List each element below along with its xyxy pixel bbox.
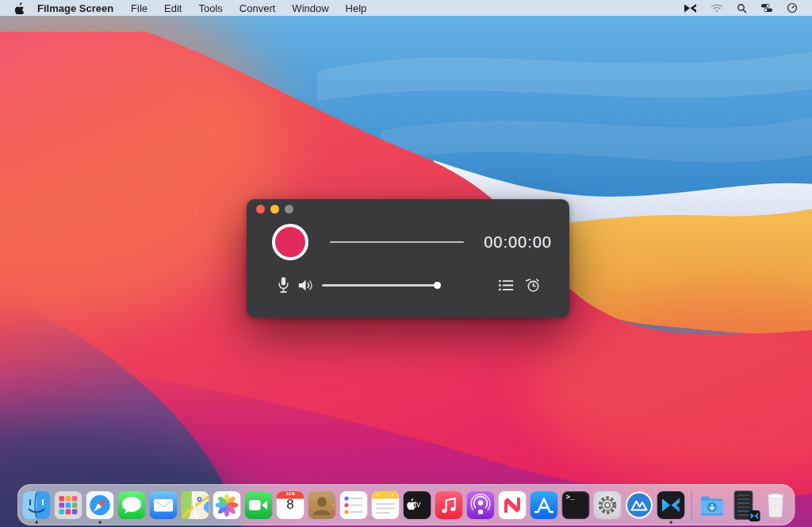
- mountain-app-icon: [626, 491, 653, 519]
- maps-icon: [182, 491, 209, 519]
- apple-icon: [14, 2, 25, 14]
- menu-tools[interactable]: Tools: [198, 2, 222, 14]
- safari-icon: [86, 491, 114, 519]
- dock-item-minimized-window[interactable]: [730, 491, 758, 519]
- menubar-app-name[interactable]: Filmage Screen: [37, 2, 113, 14]
- dock: JAN 8: [17, 484, 795, 525]
- dock-item-launchpad[interactable]: [55, 491, 82, 519]
- notes-icon: [372, 491, 400, 519]
- microphone-icon[interactable]: [277, 276, 290, 294]
- facetime-icon: [245, 491, 273, 519]
- recording-list-icon[interactable]: [498, 279, 514, 292]
- dock-item-news[interactable]: [499, 491, 527, 519]
- appletv-tv-label: tv: [415, 500, 421, 509]
- dock-item-facetime[interactable]: [245, 491, 273, 519]
- volume-slider[interactable]: [322, 280, 441, 290]
- launchpad-icon: [55, 491, 82, 519]
- podcasts-icon: [467, 491, 495, 519]
- dock-item-system-preferences[interactable]: [594, 491, 622, 519]
- trash-icon: [762, 491, 790, 519]
- control-center-icon[interactable]: [760, 3, 773, 13]
- traffic-lights: [256, 205, 293, 213]
- timer-alarm-icon[interactable]: [526, 278, 541, 293]
- running-indicator: [35, 521, 38, 524]
- volume-track[interactable]: [322, 284, 441, 287]
- dock-item-reminders[interactable]: [340, 491, 368, 519]
- search-icon[interactable]: [737, 3, 747, 13]
- dock-item-safari[interactable]: [86, 491, 114, 519]
- dock-item-music[interactable]: [435, 491, 463, 519]
- recording-timer: 00:00:00: [464, 233, 552, 252]
- terminal-prompt-glyph: >_: [566, 494, 575, 502]
- reminders-icon: [340, 491, 368, 519]
- record-row: 00:00:00: [272, 224, 552, 260]
- speaker-icon[interactable]: [297, 278, 314, 293]
- dock-item-appstore[interactable]: [530, 491, 558, 519]
- calendar-month-label: JAN: [277, 491, 304, 496]
- volume-thumb[interactable]: [434, 282, 441, 289]
- appstore-icon: [530, 491, 558, 519]
- filmage-recorder-window: 00:00:00: [247, 199, 569, 317]
- menu-file[interactable]: File: [131, 2, 147, 14]
- clock-icon[interactable]: [787, 2, 798, 13]
- menu-bar: Filmage Screen File Edit Tools Convert W…: [0, 0, 812, 16]
- close-button[interactable]: [256, 205, 265, 213]
- running-indicator: [98, 521, 102, 524]
- menu-convert[interactable]: Convert: [239, 2, 276, 14]
- messages-icon: [118, 491, 146, 519]
- dock-item-maps[interactable]: [182, 491, 209, 519]
- dock-item-calendar[interactable]: JAN 8: [277, 491, 304, 519]
- dock-item-messages[interactable]: [118, 491, 146, 519]
- photos-icon: [213, 491, 241, 519]
- dock-item-mountain-app[interactable]: [626, 491, 653, 519]
- menu-edit[interactable]: Edit: [164, 2, 182, 14]
- record-button[interactable]: [272, 224, 308, 260]
- wifi-icon[interactable]: [710, 3, 723, 13]
- dock-item-photos[interactable]: [213, 491, 241, 519]
- dock-item-terminal[interactable]: >_: [562, 491, 590, 519]
- controls-row: [277, 275, 541, 294]
- menubar-status-icons: [684, 2, 798, 13]
- running-indicator: [669, 521, 672, 524]
- system-preferences-icon: [594, 491, 622, 519]
- desktop: Filmage Screen File Edit Tools Convert W…: [0, 0, 812, 527]
- dock-item-trash[interactable]: [762, 491, 790, 519]
- downloads-folder-icon: [699, 491, 726, 519]
- filmage-mini-badge: [749, 510, 760, 521]
- minimize-button[interactable]: [270, 205, 279, 213]
- filmage-status-icon[interactable]: [684, 3, 697, 13]
- dock-item-appletv[interactable]: tv: [404, 491, 431, 519]
- dock-item-contacts[interactable]: [308, 491, 336, 519]
- dock-item-filmage-screen[interactable]: [657, 491, 685, 519]
- dock-item-notes[interactable]: [372, 491, 400, 519]
- apple-menu[interactable]: [14, 2, 25, 14]
- audio-level-line: [330, 241, 464, 243]
- dock-item-finder[interactable]: [23, 491, 51, 519]
- music-icon: [435, 491, 463, 519]
- menu-window[interactable]: Window: [292, 2, 328, 14]
- dock-item-podcasts[interactable]: [467, 491, 495, 519]
- finder-icon: [23, 491, 51, 519]
- dock-divider: [691, 490, 692, 520]
- menu-help[interactable]: Help: [346, 2, 367, 14]
- calendar-day-label: 8: [277, 497, 304, 513]
- dock-item-downloads[interactable]: [699, 491, 726, 519]
- mail-icon: [150, 491, 178, 519]
- filmage-screen-icon: [657, 491, 685, 519]
- news-icon: [499, 491, 527, 519]
- contacts-icon: [308, 491, 336, 519]
- dock-item-mail[interactable]: [150, 491, 178, 519]
- zoom-button-disabled: [285, 205, 293, 213]
